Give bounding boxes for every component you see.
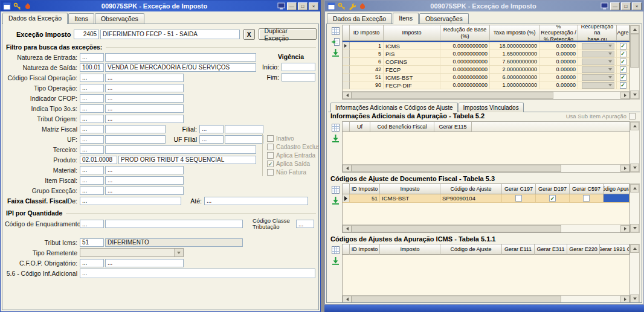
material-code-input[interactable]: ...: [80, 166, 104, 174]
id-imposto-cell[interactable]: 51: [350, 74, 384, 81]
id-imposto-cell[interactable]: 51: [350, 194, 380, 203]
maximize-button[interactable]: □: [298, 2, 308, 10]
tipo-remetente-select[interactable]: [80, 248, 184, 257]
id-imposto-cell[interactable]: 1: [350, 42, 384, 50]
codigo-ajuste-cell[interactable]: SP90090104: [440, 194, 502, 203]
recuperacao-retencao-cell[interactable]: 0.00000: [539, 66, 578, 74]
terceiro-code-input[interactable]: ...: [80, 145, 104, 154]
minimize-button[interactable]: —: [610, 2, 620, 10]
filial-code-input[interactable]: ...: [199, 125, 224, 133]
scroll-right-button[interactable]: [620, 92, 630, 99]
vertical-scrollbar[interactable]: [630, 183, 640, 233]
id-imposto-cell[interactable]: 42: [350, 66, 384, 74]
recuperacao-base-combo[interactable]: [582, 43, 614, 49]
tab-dados-da-excecao[interactable]: Dados da Exceção: [327, 13, 392, 24]
uf-filial-desc-input[interactable]: [225, 135, 263, 144]
scroll-right-button[interactable]: [620, 296, 630, 303]
produto-desc-input[interactable]: PROD ORIG TRIBUT 4 SEQUENCIAL: [118, 156, 256, 164]
recuperacao-retencao-cell[interactable]: 0.00000: [539, 58, 578, 66]
column-header[interactable]: Uf: [350, 122, 370, 132]
taxa-imposto-cell[interactable]: 18.0000000000: [490, 42, 539, 50]
column-header[interactable]: Gerar E115: [434, 122, 472, 132]
form-icon[interactable]: [327, 2, 336, 10]
monitor-icon[interactable]: [277, 2, 286, 10]
grupo-excecao-desc-input[interactable]: ...: [105, 186, 184, 195]
taxa-imposto-cell[interactable]: 6.0000000000: [490, 74, 539, 81]
taxa-imposto-cell[interactable]: 1.6500000000: [490, 50, 539, 58]
imposto-row[interactable]: 42 FECP 0.0000000000 2.0000000000 0.0000…: [343, 66, 630, 74]
column-header[interactable]: Imposto: [384, 25, 440, 41]
column-header[interactable]: ID Imposto: [350, 184, 380, 194]
reducao-base-cell[interactable]: 0.0000000000: [440, 58, 490, 66]
row-header[interactable]: [343, 58, 350, 66]
grid-icon[interactable]: [330, 244, 341, 255]
cfop-obrigatorio-code-input[interactable]: ...: [80, 259, 104, 267]
vigencia-inicio-input[interactable]: [282, 63, 315, 71]
codigo-apuracao-cell[interactable]: [604, 194, 630, 203]
vertical-scrollbar[interactable]: [630, 121, 640, 173]
imposto-cell[interactable]: PIS: [384, 50, 440, 58]
faixa-ate-input[interactable]: ...: [204, 197, 308, 205]
imposto-row[interactable]: 51 ICMS-BST 0.0000000000 6.0000000000 0.…: [343, 74, 630, 81]
column-header[interactable]: ID Imposto: [350, 244, 380, 255]
tab-dados-da-excecao[interactable]: Dados da Exceção: [2, 13, 68, 24]
reducao-base-cell[interactable]: 0.0000000000: [440, 81, 490, 89]
item-fiscal-desc-input[interactable]: ...: [105, 176, 184, 185]
tab-itens[interactable]: Itens: [393, 13, 419, 24]
column-header[interactable]: Código de Ajuste: [440, 184, 502, 194]
flame-icon[interactable]: [23, 2, 32, 10]
scroll-left-button[interactable]: [343, 225, 352, 232]
column-header[interactable]: Imposto: [380, 184, 440, 194]
id-imposto-cell[interactable]: 5: [350, 50, 384, 58]
imposto-cell[interactable]: FECP-DIF: [384, 81, 440, 89]
close-button[interactable]: ×: [309, 2, 318, 10]
enquadramento-desc-input[interactable]: [105, 220, 243, 228]
scroll-up-button[interactable]: [630, 25, 639, 34]
grupo-excecao-code-input[interactable]: ...: [80, 186, 104, 195]
scroll-down-button[interactable]: [630, 164, 639, 172]
natureza-entrada-desc-input[interactable]: [105, 53, 256, 62]
uf-filial-code-input[interactable]: ...: [199, 135, 224, 144]
vertical-scrollbar[interactable]: [630, 25, 640, 100]
current-row-marker[interactable]: [343, 194, 350, 203]
column-header[interactable]: Gerar C597: [570, 184, 604, 194]
tribut-icms-code-input[interactable]: 51: [80, 238, 104, 247]
imposto-cell[interactable]: COFINS: [384, 58, 440, 66]
grid-icon[interactable]: [330, 122, 341, 133]
tab-observacoes[interactable]: Observações: [95, 13, 144, 24]
vertical-scrollbar[interactable]: [630, 244, 640, 303]
flag-checkbox[interactable]: [267, 144, 274, 150]
subtab-informacoes-adicionais[interactable]: Informações Adicionais e Códigos de Ajus…: [330, 103, 458, 112]
key-icon[interactable]: [13, 2, 22, 10]
clear-excecao-button[interactable]: X: [243, 29, 255, 40]
form-icon[interactable]: [2, 2, 11, 10]
duplicar-excecao-button[interactable]: Duplicar Exceção: [259, 28, 317, 40]
export-icon[interactable]: [330, 133, 341, 144]
imposto-row[interactable]: 1 ICMS 0.0000000000 18.0000000000 0.0000…: [343, 42, 630, 50]
scroll-down-button[interactable]: [630, 224, 639, 232]
dropdown-arrow-icon[interactable]: [174, 249, 183, 256]
recuperacao-retencao-cell[interactable]: 0.00000: [539, 50, 578, 58]
scroll-down-button[interactable]: [630, 294, 639, 303]
imposto-row[interactable]: 6 COFINS 0.0000000000 7.6000000000 0.000…: [343, 58, 630, 66]
row-header[interactable]: [343, 50, 350, 58]
row-header[interactable]: [343, 74, 350, 81]
recuperacao-retencao-cell[interactable]: 0.00000: [539, 81, 578, 89]
recuperacao-base-combo[interactable]: [582, 74, 614, 81]
row-header[interactable]: [343, 42, 350, 50]
export-icon[interactable]: [330, 47, 341, 58]
column-header[interactable]: % Recuperação na base ou alíquota: [578, 25, 617, 41]
recuperacao-base-combo[interactable]: [582, 66, 614, 73]
imposto-row[interactable]: 90 FECP-DIF 0.0000000000 1.0000000000 0.…: [343, 81, 630, 89]
grid-icon[interactable]: [330, 25, 341, 36]
scroll-left-button[interactable]: [343, 165, 352, 172]
column-header[interactable]: Gerar C197: [502, 184, 536, 194]
natureza-saida-code-input[interactable]: 100.01: [80, 63, 104, 72]
tipo-operacao-code-input[interactable]: ...: [80, 84, 104, 92]
uf-desc-input[interactable]: [105, 135, 166, 144]
horizontal-scrollbar[interactable]: [343, 224, 630, 232]
wrench-icon[interactable]: [347, 2, 356, 10]
codigo-fiscal-operacao-desc-input[interactable]: ...: [105, 74, 184, 82]
taxa-imposto-cell[interactable]: 2.0000000000: [490, 66, 539, 74]
imposto-cell[interactable]: FECP: [384, 66, 440, 74]
